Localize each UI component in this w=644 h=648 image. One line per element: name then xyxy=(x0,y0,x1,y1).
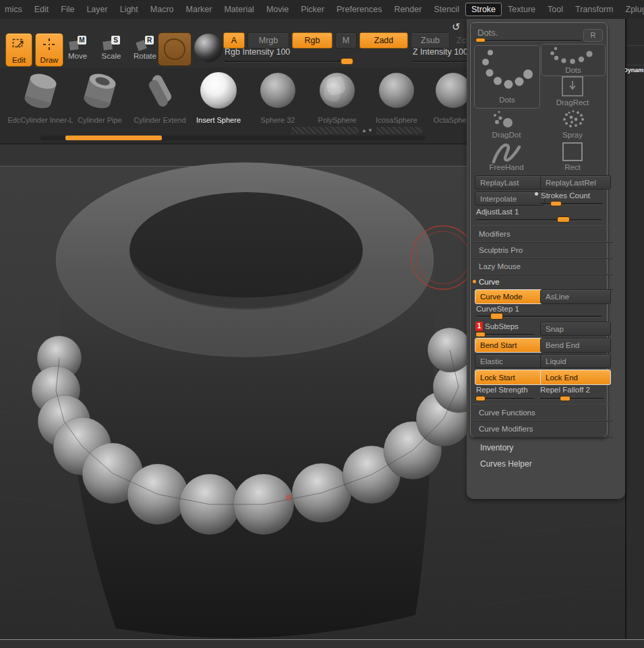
mode-button-zadd[interactable]: Zadd xyxy=(359,32,408,49)
z-intensity-slider[interactable] xyxy=(413,61,467,62)
reset-icon[interactable]: ↺ xyxy=(452,21,461,33)
rotate-label: Rotate xyxy=(134,52,156,60)
menu-item-layer[interactable]: Layer xyxy=(80,3,113,16)
menu-item-stroke[interactable]: Stroke xyxy=(465,3,502,16)
rgb-intensity-slider[interactable] xyxy=(225,61,354,62)
menu-item-tool[interactable]: Tool xyxy=(541,3,569,16)
section-sculptris-pro[interactable]: Sculptris Pro xyxy=(471,241,613,259)
curve-step-handle[interactable] xyxy=(490,313,503,320)
stroke-tile-dots[interactable]: Dots xyxy=(541,44,606,76)
menu-item-texture[interactable]: Texture xyxy=(502,3,541,16)
stroke-tile-spray[interactable]: Spray xyxy=(541,109,604,140)
liquid-button[interactable]: Liquid xyxy=(540,354,611,368)
section-inventory[interactable]: Inventory xyxy=(480,443,513,452)
rgb-intensity-handle[interactable] xyxy=(341,58,353,65)
repel-falloff-slider[interactable] xyxy=(540,398,604,399)
move-label: Move xyxy=(68,52,87,60)
cylinder-model xyxy=(56,163,434,638)
menu-item-file[interactable]: File xyxy=(55,3,80,16)
mode-button-a[interactable]: A xyxy=(223,32,245,49)
section-modifiers[interactable]: Modifiers xyxy=(471,225,613,243)
as-line-button[interactable]: AsLine xyxy=(540,289,611,304)
menu-item-render[interactable]: Render xyxy=(388,3,428,16)
stroke-palette-tray: Dots. R Dots Dots DragR xyxy=(467,19,625,499)
scale-button[interactable]: S Scale xyxy=(98,36,124,60)
edit-button[interactable]: Edit xyxy=(5,33,32,67)
dragrect-icon xyxy=(541,76,604,98)
stroke-tile-dots-current[interactable]: Dots xyxy=(474,45,540,109)
stroke-tile-dragrect[interactable]: DragRect xyxy=(541,76,604,108)
menu-item-edit[interactable]: Edit xyxy=(28,3,55,16)
menu-item-transform[interactable]: Transform xyxy=(569,3,620,16)
edit-label: Edit xyxy=(12,56,26,64)
title-slider[interactable] xyxy=(476,40,581,41)
lock-end-button[interactable]: Lock End xyxy=(540,370,611,385)
rotate-button[interactable]: R Rotate xyxy=(131,36,159,60)
menu-item-macro[interactable]: Macro xyxy=(144,3,180,16)
elastic-button[interactable]: Elastic xyxy=(475,354,545,368)
section-curve-modifiers[interactable]: Curve Modifiers xyxy=(471,420,613,438)
stroke-tile-freehand[interactable]: FreeHand xyxy=(474,142,539,173)
section-curve-functions[interactable]: Curve Functions xyxy=(471,404,613,421)
section-curve[interactable]: Curve xyxy=(471,274,613,290)
menu-item-mics[interactable]: mics xyxy=(0,3,28,16)
title-slider-handle[interactable] xyxy=(475,38,486,42)
mode-button-mrgb[interactable]: Mrgb xyxy=(247,32,289,49)
draw-button[interactable]: Draw xyxy=(35,33,63,67)
slab-icon xyxy=(138,69,182,113)
lock-start-button[interactable]: Lock Start xyxy=(475,370,545,385)
repel-falloff-handle[interactable] xyxy=(560,396,570,401)
divider xyxy=(626,45,644,46)
draw-crosshair-icon xyxy=(42,38,56,51)
menu-item-picker[interactable]: Picker xyxy=(295,3,330,16)
mode-button-m[interactable]: M xyxy=(335,32,357,49)
stroke-tile-dragdot[interactable]: DragDot xyxy=(474,109,539,140)
repel-strength-label: Repel Strength xyxy=(476,386,528,394)
curve-mode-button[interactable]: Curve Mode xyxy=(475,289,545,304)
menu-item-movie[interactable]: Movie xyxy=(260,3,295,16)
substeps-value-badge: 1 xyxy=(475,322,483,331)
curve-step-label: CurveStep 1 xyxy=(476,305,519,313)
current-material-button[interactable] xyxy=(194,34,223,62)
adjust-last-handle[interactable] xyxy=(557,216,570,223)
stroke-panel: Dots. R Dots Dots DragR xyxy=(470,22,608,438)
scale-icon: S xyxy=(103,36,120,52)
z-intensity-label: Z Intensity 100 xyxy=(413,47,468,57)
menu-item-light[interactable]: Light xyxy=(114,3,144,16)
spray-icon xyxy=(541,109,604,130)
bend-end-button[interactable]: Bend End xyxy=(540,338,611,353)
cylinder-icon xyxy=(18,69,63,113)
adjust-last-label: AdjustLast 1 xyxy=(476,208,519,216)
menu-item-preferences[interactable]: Preferences xyxy=(330,3,388,16)
bend-start-button[interactable]: Bend Start xyxy=(475,338,545,353)
mode-button-zsub[interactable]: Zsub xyxy=(411,32,450,49)
rotate-icon: R xyxy=(136,36,154,52)
move-button[interactable]: M Move xyxy=(65,36,90,60)
divider xyxy=(626,65,644,65)
dots-icon xyxy=(542,45,604,65)
menu-item-material[interactable]: Material xyxy=(218,3,260,16)
sphere-icon xyxy=(256,69,300,113)
menu-item-stencil[interactable]: Stencil xyxy=(428,3,465,16)
sphere-icon xyxy=(374,69,419,113)
menu-item-zplugin[interactable]: Zplugin xyxy=(620,3,644,16)
right-shelf: Dynamic xyxy=(625,19,644,639)
repel-strength-handle[interactable] xyxy=(475,396,486,401)
pipe-icon xyxy=(78,69,122,113)
replay-last-button[interactable]: ReplayLast xyxy=(475,175,545,189)
stroke-tile-rect[interactable]: Rect xyxy=(541,142,604,173)
substeps-handle[interactable] xyxy=(475,332,486,337)
current-brush-button[interactable] xyxy=(158,32,192,66)
restore-button[interactable]: R xyxy=(583,29,603,42)
replay-last-rel-button[interactable]: ReplayLastRel xyxy=(540,175,611,189)
draw-label: Draw xyxy=(40,56,59,64)
adjust-last-slider[interactable] xyxy=(476,219,602,220)
section-lazy-mouse[interactable]: Lazy Mouse xyxy=(471,258,613,275)
snap-button[interactable]: Snap xyxy=(540,322,611,336)
section-curves-helper[interactable]: Curves Helper xyxy=(480,459,532,469)
rgb-intensity-label: Rgb Intensity 100 xyxy=(225,47,290,57)
mode-button-rgb[interactable]: Rgb xyxy=(292,32,332,49)
substeps-label: SubSteps xyxy=(485,322,519,330)
strokes-count-handle[interactable] xyxy=(550,201,562,206)
menu-item-marker[interactable]: Marker xyxy=(180,3,218,16)
